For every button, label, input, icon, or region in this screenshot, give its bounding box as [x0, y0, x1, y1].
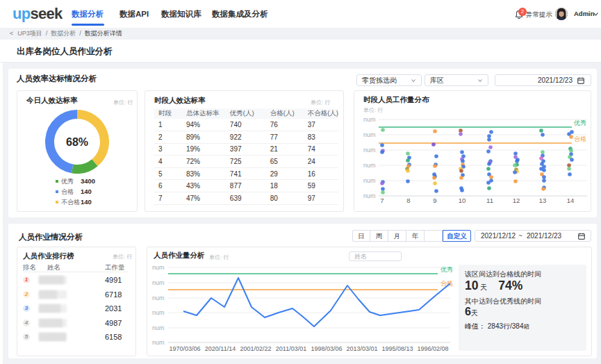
svg-text:num: num [152, 324, 165, 331]
svg-text:1998/03/06: 1998/03/06 [311, 345, 342, 352]
svg-text:num: num [152, 339, 165, 346]
svg-text:num: num [152, 309, 165, 316]
svg-text:优秀: 优秀 [440, 266, 453, 273]
svg-text:num: num [152, 279, 165, 286]
svg-text:7: 7 [380, 197, 384, 204]
svg-text:num: num [363, 162, 376, 169]
svg-text:12: 12 [513, 197, 520, 204]
svg-text:8: 8 [406, 197, 410, 204]
svg-text:num: num [152, 264, 165, 271]
svg-text:2001/02/22: 2001/02/22 [240, 345, 271, 352]
svg-text:num: num [363, 177, 376, 184]
svg-text:14: 14 [567, 197, 575, 204]
svg-text:9: 9 [433, 197, 436, 204]
svg-text:1996/02/08: 1996/02/08 [417, 345, 448, 352]
svg-text:13: 13 [539, 197, 547, 204]
svg-text:num: num [363, 116, 376, 123]
svg-text:num: num [363, 192, 376, 199]
svg-text:num: num [152, 295, 165, 301]
svg-text:10: 10 [459, 197, 466, 204]
svg-text:1970/03/06: 1970/03/06 [169, 345, 200, 352]
svg-text:11: 11 [486, 197, 493, 204]
svg-text:2020/11/14: 2020/11/14 [205, 345, 236, 352]
svg-text:1995/08/13: 1995/08/13 [381, 345, 413, 352]
svg-text:num: num [363, 147, 376, 154]
svg-text:num: num [363, 131, 376, 138]
svg-text:优秀: 优秀 [573, 119, 586, 126]
svg-text:2013/03/01: 2013/03/01 [346, 345, 377, 352]
svg-text:2011/03/01: 2011/03/01 [276, 345, 306, 352]
svg-text:合格: 合格 [574, 135, 586, 142]
